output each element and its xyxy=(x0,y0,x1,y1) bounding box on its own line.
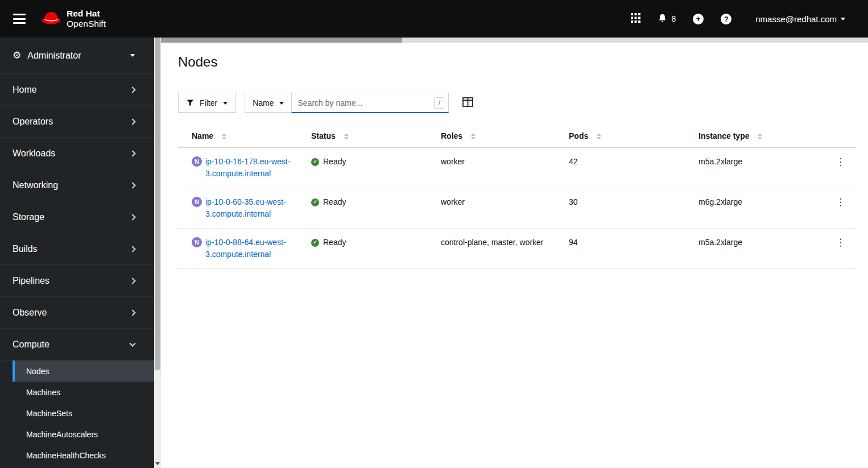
main-content: Nodes Filter Name / xyxy=(161,38,868,468)
chevron-down-icon xyxy=(841,18,845,20)
sort-icon[interactable] xyxy=(758,133,762,140)
pods-cell: 30 xyxy=(555,188,685,229)
table-header-row: Name Status Roles Pods xyxy=(178,125,856,148)
plus-circle-icon xyxy=(693,14,704,24)
node-resource-icon: N xyxy=(192,156,202,167)
table-row: N ip-10-0-60-35.eu-west-3.compute.intern… xyxy=(178,188,856,229)
chevron-down-icon xyxy=(129,340,135,346)
nodes-table: Name Status Roles Pods xyxy=(178,125,856,269)
filter-dropdown-button[interactable]: Filter xyxy=(178,93,236,113)
instance-type-cell: m5a.2xlarge xyxy=(685,148,816,188)
sidebar-item-operators[interactable]: Operators xyxy=(0,106,154,138)
bell-icon xyxy=(658,13,667,25)
question-circle-icon xyxy=(721,14,731,24)
masthead: Red Hat OpenShift 8 xyxy=(0,0,868,38)
horizontal-scrollbar[interactable] xyxy=(161,38,868,43)
compute-submenu: Nodes Machines MachineSets MachineAutosc… xyxy=(13,361,154,466)
sidebar-item-workloads[interactable]: Workloads xyxy=(0,138,154,169)
sidebar-item-compute[interactable]: Compute xyxy=(0,329,154,361)
status-text: Ready xyxy=(323,196,346,208)
column-header-pods[interactable]: Pods xyxy=(555,125,685,148)
column-header-roles[interactable]: Roles xyxy=(427,125,555,148)
user-menu[interactable]: nmasse@redhat.com xyxy=(755,14,845,24)
chevron-right-icon xyxy=(129,246,135,252)
username: nmasse@redhat.com xyxy=(755,14,837,24)
status-text: Ready xyxy=(323,156,346,168)
chevron-right-icon xyxy=(129,118,135,125)
sidebar-item-machineautoscalers[interactable]: MachineAutoscalers xyxy=(13,424,154,445)
search-attribute-dropdown[interactable]: Name xyxy=(245,93,292,113)
notification-count: 8 xyxy=(671,14,676,23)
nav-toggle-hamburger-icon[interactable] xyxy=(13,14,26,24)
perspective-label: Administrator xyxy=(27,51,81,61)
table-row: N ip-10-0-88-64.eu-west-3.compute.intern… xyxy=(178,229,856,269)
roles-cell: control-plane, master, worker xyxy=(427,229,555,269)
brand-text: Red Hat OpenShift xyxy=(67,9,106,29)
sort-icon[interactable] xyxy=(471,133,476,140)
status-text: Ready xyxy=(323,237,346,249)
sidebar-item-pipelines[interactable]: Pipelines xyxy=(0,265,154,297)
quick-create-button[interactable] xyxy=(693,14,704,24)
table-row: N ip-10-0-16-178.eu-west-3.compute.inter… xyxy=(178,148,856,188)
filter-funnel-icon xyxy=(187,100,194,106)
sidebar-item-machinehealthchecks[interactable]: MachineHealthChecks xyxy=(13,445,154,466)
scrollbar-down-arrow[interactable] xyxy=(154,459,161,468)
row-actions-kebab-button[interactable] xyxy=(831,156,850,168)
sort-icon[interactable] xyxy=(344,133,349,140)
node-name-link[interactable]: ip-10-0-60-35.eu-west-3.compute.internal xyxy=(205,196,293,220)
sidebar-item-networking[interactable]: Networking xyxy=(0,169,154,201)
sidebar-scrollbar[interactable] xyxy=(154,38,161,468)
help-button[interactable] xyxy=(721,14,731,24)
chevron-right-icon xyxy=(129,214,135,220)
sidebar-item-storage[interactable]: Storage xyxy=(0,201,154,233)
node-name-link[interactable]: ip-10-0-16-178.eu-west-3.compute.interna… xyxy=(205,156,293,180)
column-header-name[interactable]: Name xyxy=(178,125,297,148)
brand-logo[interactable]: Red Hat OpenShift xyxy=(41,9,106,29)
column-header-actions xyxy=(816,125,856,148)
sidebar-item-observe[interactable]: Observe xyxy=(0,297,154,329)
sidebar: Administrator Home Operators Workloads N… xyxy=(0,38,161,468)
row-actions-kebab-button[interactable] xyxy=(831,196,850,208)
perspective-switcher[interactable]: Administrator xyxy=(0,38,154,74)
sort-icon[interactable] xyxy=(597,133,601,140)
sidebar-item-machines[interactable]: Machines xyxy=(13,382,154,403)
sidebar-scrollbar-thumb[interactable] xyxy=(155,38,160,370)
chevron-right-icon xyxy=(129,86,135,93)
kebab-icon xyxy=(836,237,845,248)
column-header-status[interactable]: Status xyxy=(297,125,427,148)
app-launcher-button[interactable] xyxy=(631,13,640,24)
sidebar-item-builds[interactable]: Builds xyxy=(0,233,154,265)
chevron-right-icon xyxy=(129,278,135,284)
sidebar-item-nodes[interactable]: Nodes xyxy=(13,361,154,382)
roles-cell: worker xyxy=(427,148,555,188)
chevron-right-icon xyxy=(129,309,135,316)
search-input[interactable] xyxy=(291,93,449,113)
horizontal-scrollbar-thumb[interactable] xyxy=(161,38,402,43)
node-resource-icon: N xyxy=(192,197,202,207)
chevron-down-icon xyxy=(223,102,228,105)
sort-icon[interactable] xyxy=(222,133,226,140)
sidebar-item-machinesets[interactable]: MachineSets xyxy=(13,403,154,424)
manage-columns-button[interactable] xyxy=(462,97,473,109)
column-header-instance-type[interactable]: Instance type xyxy=(685,125,816,148)
row-actions-kebab-button[interactable] xyxy=(831,237,850,249)
roles-cell: worker xyxy=(427,188,555,229)
kebab-icon xyxy=(836,197,845,208)
page-title: Nodes xyxy=(178,54,856,70)
node-name-link[interactable]: ip-10-0-88-64.eu-west-3.compute.internal xyxy=(205,237,293,260)
chevron-right-icon xyxy=(129,182,135,188)
kebab-icon xyxy=(836,156,845,167)
apps-grid-icon xyxy=(631,13,640,24)
table-toolbar: Filter Name / xyxy=(178,93,856,113)
columns-icon xyxy=(462,97,473,109)
gear-icon xyxy=(13,49,21,61)
instance-type-cell: m5a.2xlarge xyxy=(685,229,816,269)
status-ready-check-icon xyxy=(311,239,319,247)
chevron-down-icon xyxy=(130,54,135,57)
vertical-nav: Home Operators Workloads Networking Stor… xyxy=(0,74,154,361)
node-resource-icon: N xyxy=(192,237,202,247)
pods-cell: 42 xyxy=(555,148,685,188)
notifications-button[interactable]: 8 xyxy=(658,13,676,25)
chevron-down-icon xyxy=(279,102,284,105)
sidebar-item-home[interactable]: Home xyxy=(0,74,154,106)
